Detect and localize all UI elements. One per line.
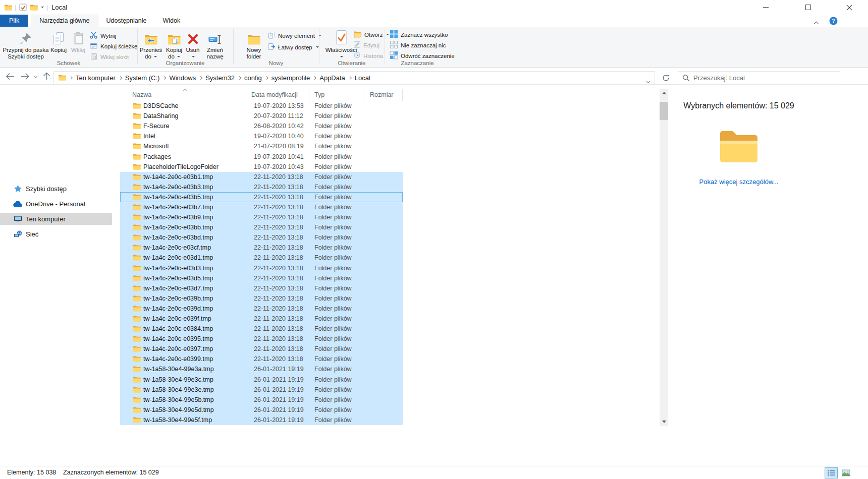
table-row[interactable]: tw-1a58-30e4-99e5d.tmp 26-01-2021 19:19 … [120,405,403,415]
breadcrumb-segment[interactable]: Windows [169,74,196,82]
maximize-button[interactable] [796,0,820,15]
quick-access-properties-icon[interactable] [19,0,27,15]
move-to-button[interactable]: Przenieśdo [139,28,162,59]
table-row[interactable]: tw-1a4c-2e0c-e03b5.tmp 22-11-2020 13:18 … [120,192,403,202]
scroll-up-icon[interactable] [660,89,668,97]
breadcrumb-separator-icon[interactable] [348,76,352,79]
table-row[interactable]: F-Secure 26-08-2020 10:42 Folder plików [120,121,403,131]
breadcrumb-segment[interactable]: System32 [205,74,235,82]
table-row[interactable]: tw-1a4c-2e0c-e0384.tmp 22-11-2020 13:18 … [120,324,403,334]
breadcrumb-separator-icon[interactable] [119,76,122,79]
breadcrumb[interactable]: Ten komputerSystem (C:)WindowsSystem32co… [53,71,655,84]
table-row[interactable]: tw-1a58-30e4-99e5b.tmp 26-01-2021 19:19 … [120,395,403,405]
table-row[interactable]: tw-1a4c-2e0c-e0399.tmp 22-11-2020 13:18 … [120,354,403,364]
table-row[interactable]: tw-1a4c-2e0c-e03b1.tmp 22-11-2020 13:18 … [120,172,403,182]
tab-narzędzia-główne[interactable]: Narzędzia główne [31,15,98,27]
invert-selection-button[interactable]: Odwróć zaznaczenie [390,51,455,61]
breadcrumb-separator-icon[interactable] [69,76,73,79]
table-row[interactable]: DataSharing 20-07-2020 11:12 Folder plik… [120,111,403,121]
recent-locations-caret[interactable] [31,71,39,82]
collapse-ribbon-icon[interactable] [815,19,822,24]
copy-button[interactable]: Kopiuj [49,28,68,53]
copy-path-button[interactable]: Kopiuj ścieżkę [90,41,138,51]
breadcrumb-separator-icon[interactable] [162,76,166,79]
table-row[interactable]: tw-1a4c-2e0c-e039d.tmp 22-11-2020 13:18 … [120,304,403,314]
close-button[interactable] [838,0,861,15]
thumbnail-view-button[interactable] [839,467,852,478]
quick-access-toolbar-caret[interactable] [40,0,44,15]
table-row[interactable]: tw-1a58-30e4-99e3c.tmp 26-01-2021 19:19 … [120,375,403,385]
breadcrumb-segment[interactable]: systemprofile [272,74,310,82]
tab-udostępnianie[interactable]: Udostępnianie [98,15,155,27]
column-header-2[interactable]: Typ [309,89,363,101]
breadcrumb-separator-icon[interactable] [199,76,202,79]
sidebar-item-computer[interactable]: Ten komputer [0,213,112,225]
breadcrumb-separator-icon[interactable] [313,76,316,79]
show-more-details-link[interactable]: Pokaż więcej szczegółów... [699,178,779,186]
sidebar-item-network[interactable]: Sieć [0,228,112,240]
table-row[interactable]: tw-1a58-30e4-99e3e.tmp 26-01-2021 19:19 … [120,385,403,395]
table-row[interactable]: tw-1a4c-2e0c-e03bb.tmp 22-11-2020 13:18 … [120,222,403,232]
tab-plik[interactable]: Plik [0,15,28,27]
search-box[interactable] [678,71,840,84]
history-button[interactable]: Historia [353,51,383,61]
select-none-button[interactable]: Nie zaznaczaj nic [390,40,446,50]
copy-to-button[interactable]: Kopiujdo [164,28,185,59]
back-button[interactable] [4,71,16,82]
table-row[interactable]: tw-1a4c-2e0c-e03b3.tmp 22-11-2020 13:18 … [120,182,403,192]
table-row[interactable]: tw-1a58-30e4-99e3a.tmp 26-01-2021 19:19 … [120,364,403,374]
rename-button[interactable]: Zmieńnazwę [202,28,228,59]
table-row[interactable]: Packages 19-07-2020 10:41 Folder plików [120,151,403,161]
breadcrumb-segment[interactable]: Local [355,74,370,82]
cut-button[interactable]: Wytnij [90,31,116,40]
sidebar-item-star[interactable]: Szybki dostęp [0,183,112,195]
quick-access-newfolder-icon[interactable] [30,0,38,15]
up-button[interactable] [40,71,52,82]
vertical-scrollbar[interactable] [660,89,668,426]
sidebar-item-cloud[interactable]: OneDrive - Personal [0,198,112,210]
tab-widok[interactable]: Widok [154,15,188,27]
breadcrumb-segment[interactable]: config [244,74,262,82]
breadcrumb-segment[interactable]: System (C:) [125,74,160,82]
table-row[interactable]: tw-1a4c-2e0c-e039f.tmp 22-11-2020 13:18 … [120,314,403,324]
new-folder-button[interactable]: Nowyfolder [242,28,265,59]
search-input[interactable] [693,74,836,82]
details-view-button[interactable] [825,467,838,478]
new-item-button[interactable]: Nowy element [267,31,321,40]
breadcrumb-segment[interactable]: AppData [319,74,345,82]
table-row[interactable]: tw-1a4c-2e0c-e03d5.tmp 22-11-2020 13:18 … [120,273,403,283]
edit-button[interactable]: Edytuj [353,40,379,50]
table-row[interactable]: tw-1a4c-2e0c-e03b7.tmp 22-11-2020 13:18 … [120,202,403,212]
minimize-button[interactable] [754,0,777,15]
scrollbar-thumb[interactable] [660,102,668,120]
table-row[interactable]: Intel 19-07-2020 10:40 Folder plików [120,131,403,141]
help-icon[interactable]: ? [829,17,838,27]
table-row[interactable]: tw-1a4c-2e0c-e0397.tmp 22-11-2020 13:18 … [120,344,403,354]
paste-button[interactable]: Wklej [69,28,87,53]
open-button[interactable]: Otwórz [353,30,389,39]
delete-button[interactable]: Usuń [184,28,202,59]
table-row[interactable]: Microsoft 21-07-2020 08:19 Folder plików [120,141,403,151]
column-header-1[interactable]: Data modyfikacji [247,89,309,101]
table-row[interactable]: tw-1a4c-2e0c-e03cf.tmp 22-11-2020 13:18 … [120,243,403,253]
easy-access-button[interactable]: Łatwy dostęp [267,42,319,52]
table-row[interactable]: tw-1a4c-2e0c-e0395.tmp 22-11-2020 13:18 … [120,334,403,344]
column-header-3[interactable]: Rozmiar [363,89,403,101]
pin-to-quick-access-button[interactable]: Przypnij do paskaSzybki dostęp [2,28,49,59]
scroll-down-icon[interactable] [660,417,668,426]
select-all-button[interactable]: Zaznacz wszystko [390,30,448,39]
table-row[interactable]: D3DSCache 19-07-2020 13:53 Folder plików [120,101,403,111]
address-dropdown-caret[interactable] [647,77,649,84]
table-row[interactable]: tw-1a4c-2e0c-e03d3.tmp 22-11-2020 13:18 … [120,263,403,273]
table-row[interactable]: tw-1a4c-2e0c-e03bd.tmp 22-11-2020 13:18 … [120,232,403,243]
table-row[interactable]: tw-1a4c-2e0c-e03d1.tmp 22-11-2020 13:18 … [120,253,403,263]
breadcrumb-separator-icon[interactable] [238,76,241,79]
breadcrumb-segment[interactable]: Ten komputer [76,74,116,82]
breadcrumb-separator-icon[interactable] [265,76,268,79]
table-row[interactable]: tw-1a4c-2e0c-e03d7.tmp 22-11-2020 13:18 … [120,283,403,293]
table-row[interactable]: tw-1a4c-2e0c-e03b9.tmp 22-11-2020 13:18 … [120,212,403,222]
table-row[interactable]: tw-1a4c-2e0c-e039b.tmp 22-11-2020 13:18 … [120,293,403,304]
refresh-button[interactable] [659,71,672,84]
table-row[interactable]: PlaceholderTileLogoFolder 19-07-2020 10:… [120,162,403,172]
forward-button[interactable] [19,71,31,82]
